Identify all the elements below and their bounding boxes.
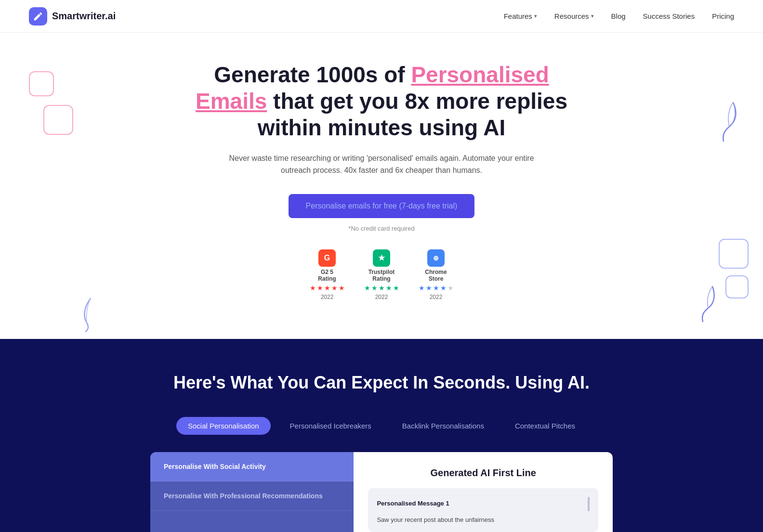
hero-section: Generate 1000s of Personalised Emails th… [0, 33, 763, 339]
feather-icon-bl [77, 296, 104, 332]
ai-message-card: Personalised Message 1 Saw your recent p… [368, 488, 598, 532]
logo-icon [29, 7, 47, 26]
feature-content: Personalise With Social Activity Persona… [150, 452, 613, 532]
chrome-stars: ★ ★ ★ ★ ★ [419, 284, 454, 292]
ai-message-header: Personalised Message 1 [377, 496, 590, 511]
deco-square-3 [719, 239, 749, 269]
deco-square-2 [43, 105, 73, 135]
feature-right-panel: Generated AI First Line Personalised Mes… [354, 452, 613, 532]
left-item-social-activity[interactable]: Personalise With Social Activity [150, 452, 354, 481]
left-item-social-label: Personalise With Social Activity [164, 463, 266, 470]
dark-section-title: Here's What You Can Expect In Seconds. U… [19, 373, 744, 393]
cta-label: Personalise emails for free [306, 202, 397, 210]
g2-year: 2022 [321, 294, 334, 300]
tp-stars: ★ ★ ★ ★ ★ [364, 284, 399, 292]
rating-chrome: ⊕ ChromeStore ★ ★ ★ ★ ★ 2022 [419, 249, 454, 300]
logo-svg [33, 11, 43, 22]
deco-square-1 [29, 71, 54, 96]
tab-contextual-label: Contextual Pitches [515, 422, 575, 430]
hero-title: Generate 1000s of Personalised Emails th… [194, 62, 569, 142]
feature-left-panel: Personalise With Social Activity Persona… [150, 452, 354, 532]
chrome-logo: ⊕ [427, 249, 445, 267]
logo[interactable]: Smartwriter.ai [29, 7, 116, 26]
tab-icebreakers-label: Personalised Icebreakers [290, 422, 371, 430]
cta-button[interactable]: Personalise emails for free (7-days free… [289, 194, 475, 218]
nav-blog[interactable]: Blog [611, 12, 626, 20]
hero-subtitle: Never waste time researching or writing … [218, 152, 545, 177]
feature-right-title: Generated AI First Line [368, 467, 598, 479]
g2-stars: ★ ★ ★ ★ ★ [310, 284, 345, 292]
navbar: Smartwriter.ai Features ▾ Resources ▾ Bl… [0, 0, 763, 33]
feather-icon-br [696, 284, 720, 323]
tab-personalised-icebreakers[interactable]: Personalised Icebreakers [278, 417, 383, 435]
tp-year: 2022 [375, 294, 388, 300]
logo-text: Smartwriter.ai [52, 11, 116, 22]
deco-top-left [29, 71, 73, 135]
hero-title-pre: Generate 1000s of [214, 62, 411, 87]
deco-top-right [715, 100, 739, 145]
hero-title-post: that get you 8x more replies within minu… [258, 89, 567, 140]
tab-backlink-label: Backlink Personalisations [402, 422, 484, 430]
tp-logo: ★ [373, 249, 390, 267]
ai-message-label: Personalised Message 1 [377, 500, 449, 507]
tab-contextual-pitches[interactable]: Contextual Pitches [503, 417, 587, 435]
feature-tabs: Social Personalisation Personalised Iceb… [19, 417, 744, 435]
left-item-professional-label: Personalise With Professional Recommenda… [164, 492, 323, 500]
g2-logo: G [318, 249, 336, 267]
ai-message-text: Saw your recent post about the unfairnes… [377, 515, 590, 525]
chrome-year: 2022 [430, 294, 443, 300]
rating-g2: G G2 5Rating ★ ★ ★ ★ ★ 2022 [310, 249, 345, 300]
resources-label: Resources [554, 12, 589, 20]
feather-icon-tr [715, 100, 739, 143]
hero-content: Generate 1000s of Personalised Emails th… [194, 62, 569, 300]
features-chevron: ▾ [534, 13, 537, 19]
nav-features[interactable]: Features ▾ [504, 12, 537, 20]
chrome-label: ChromeStore [425, 269, 447, 282]
resources-chevron: ▾ [591, 13, 594, 19]
g2-label: G2 5Rating [318, 269, 336, 282]
tab-social-label: Social Personalisation [188, 422, 259, 430]
no-credit-card: *No credit card required [194, 225, 569, 232]
ratings-row: G G2 5Rating ★ ★ ★ ★ ★ 2022 ★ Trustpilot… [194, 249, 569, 300]
tp-label: TrustpilotRating [368, 269, 395, 282]
features-label: Features [504, 12, 532, 20]
left-item-professional-recommendations[interactable]: Personalise With Professional Recommenda… [150, 481, 354, 511]
tab-backlink-personalisations[interactable]: Backlink Personalisations [391, 417, 496, 435]
nav-resources[interactable]: Resources ▾ [554, 12, 594, 20]
tab-social-personalisation[interactable]: Social Personalisation [176, 417, 271, 435]
scroll-bar [588, 497, 590, 511]
cta-trial: (7-days free trial) [397, 202, 457, 210]
deco-square-4 [725, 275, 749, 298]
rating-trustpilot: ★ TrustpilotRating ★ ★ ★ ★ ★ 2022 [364, 249, 399, 300]
nav-pricing[interactable]: Pricing [712, 12, 734, 20]
scroll-indicator [588, 497, 590, 511]
deco-bottom-right [696, 239, 749, 324]
nav-links: Features ▾ Resources ▾ Blog Success Stor… [504, 12, 734, 20]
nav-success-stories[interactable]: Success Stories [643, 12, 695, 20]
dark-section: Here's What You Can Expect In Seconds. U… [0, 339, 763, 532]
deco-bottom-left [77, 296, 104, 334]
